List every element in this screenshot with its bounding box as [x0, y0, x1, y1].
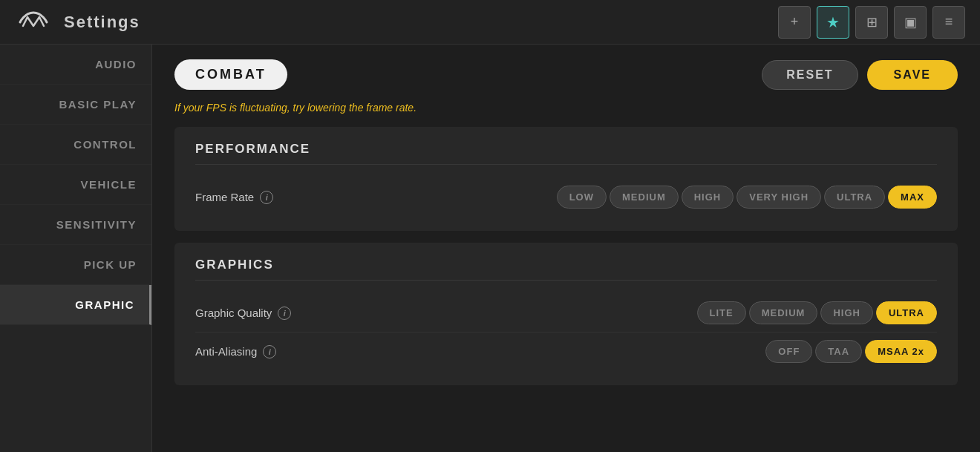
menu-icon: ≡	[945, 14, 953, 30]
plus-icon-btn[interactable]: +	[778, 6, 811, 39]
frame-rate-max-btn[interactable]: MAX	[888, 186, 937, 209]
anti-aliasing-taa-btn[interactable]: TAA	[815, 340, 862, 363]
frame-rate-very-high-btn[interactable]: VERY HIGH	[736, 186, 821, 209]
graphic-quality-row: Graphic Quality i LITE MEDIUM HIGH ULTRA	[195, 294, 937, 333]
sidebar-item-pick-up[interactable]: PICK UP	[0, 245, 151, 285]
grid-icon: ⊞	[866, 14, 878, 30]
graphics-section: GRAPHICS Graphic Quality i LITE MEDIUM H…	[174, 243, 958, 385]
graphic-quality-ultra-btn[interactable]: ULTRA	[876, 301, 937, 324]
main-content: AUDIO BASIC PLAY CONTROL VEHICLE SENSITI…	[0, 45, 980, 452]
graphic-quality-lite-btn[interactable]: LITE	[697, 301, 746, 324]
graphic-quality-info-icon[interactable]: i	[278, 307, 291, 320]
graphic-quality-options: LITE MEDIUM HIGH ULTRA	[697, 301, 937, 324]
frame-rate-high-btn[interactable]: HIGH	[682, 186, 734, 209]
sidebar-item-sensitivity[interactable]: SENSITIVITY	[0, 205, 151, 245]
sidebar-item-vehicle[interactable]: VEHICLE	[0, 165, 151, 205]
performance-section: PERFORMANCE Frame Rate i LOW MEDIUM HIGH…	[174, 127, 958, 231]
anti-aliasing-options: OFF TAA MSAA 2x	[765, 340, 937, 363]
sidebar-item-audio[interactable]: AUDIO	[0, 45, 151, 85]
frame-rate-low-btn[interactable]: LOW	[557, 186, 607, 209]
header-icon-group: + ★ ⊞ ▣ ≡	[778, 6, 965, 39]
anti-aliasing-msaa2x-btn[interactable]: MSAA 2x	[865, 340, 937, 363]
sidebar: AUDIO BASIC PLAY CONTROL VEHICLE SENSITI…	[0, 45, 152, 452]
plus-icon: +	[791, 14, 799, 30]
frame-rate-options: LOW MEDIUM HIGH VERY HIGH ULTRA MAX	[557, 186, 937, 209]
fps-warning: If your FPS is fluctuating, try lowering…	[174, 102, 958, 114]
settings-title: Settings	[64, 13, 778, 32]
person-icon: ▣	[904, 14, 917, 30]
anti-aliasing-info-icon[interactable]: i	[263, 345, 276, 358]
anti-aliasing-label: Anti-Aliasing i	[195, 345, 276, 358]
combat-badge: COMBAT	[174, 59, 287, 90]
graphics-title: GRAPHICS	[195, 258, 937, 281]
star-icon: ★	[826, 13, 840, 31]
grid-icon-btn[interactable]: ⊞	[855, 6, 888, 39]
frame-rate-medium-btn[interactable]: MEDIUM	[610, 186, 679, 209]
graphic-quality-high-btn[interactable]: HIGH	[820, 301, 873, 324]
star-icon-btn[interactable]: ★	[817, 6, 849, 39]
frame-rate-ultra-btn[interactable]: ULTRA	[824, 186, 885, 209]
anti-aliasing-row: Anti-Aliasing i OFF TAA MSAA 2x	[195, 333, 937, 370]
frame-rate-label: Frame Rate i	[195, 191, 273, 204]
logo	[15, 7, 52, 37]
performance-title: PERFORMANCE	[195, 142, 937, 165]
frame-rate-row: Frame Rate i LOW MEDIUM HIGH VERY HIGH U…	[195, 178, 937, 216]
graphic-quality-medium-btn[interactable]: MEDIUM	[749, 301, 818, 324]
save-button[interactable]: SAVE	[867, 60, 958, 90]
sidebar-item-graphic[interactable]: GRAPHIC	[0, 285, 151, 325]
menu-icon-btn[interactable]: ≡	[932, 6, 965, 39]
action-buttons: RESET SAVE	[762, 60, 958, 90]
content-header: COMBAT RESET SAVE	[174, 59, 958, 90]
frame-rate-info-icon[interactable]: i	[260, 191, 273, 204]
content-area: COMBAT RESET SAVE If your FPS is fluctua…	[152, 45, 980, 452]
sidebar-item-control[interactable]: CONTROL	[0, 125, 151, 165]
anti-aliasing-off-btn[interactable]: OFF	[765, 340, 812, 363]
sidebar-item-basic-play[interactable]: BASIC PLAY	[0, 85, 151, 125]
reset-button[interactable]: RESET	[762, 60, 858, 90]
header: Settings + ★ ⊞ ▣ ≡	[0, 0, 980, 45]
person-icon-btn[interactable]: ▣	[894, 6, 927, 39]
graphic-quality-label: Graphic Quality i	[195, 307, 291, 320]
